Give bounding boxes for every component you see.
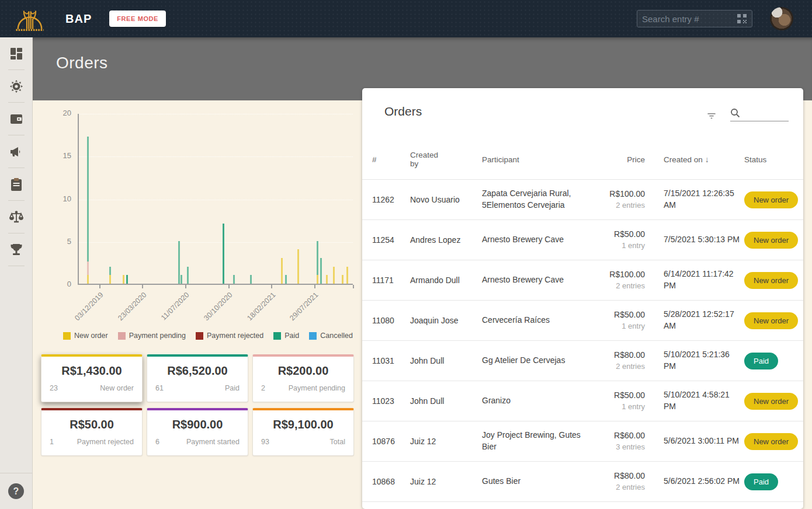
status-badge: New order	[744, 393, 798, 410]
chart-bar[interactable]	[333, 267, 335, 284]
sidebar-item-announcements[interactable]	[0, 135, 32, 168]
chart-bar[interactable]	[181, 275, 182, 284]
chart-bar[interactable]	[178, 241, 180, 284]
card-count: 93	[261, 438, 269, 446]
chart-bar[interactable]	[326, 275, 328, 284]
card-count: 1	[50, 438, 54, 446]
cell-order-id: 11171	[372, 276, 410, 285]
bar-segment-payment_pending	[87, 262, 89, 275]
chart-bar[interactable]	[223, 224, 224, 284]
summary-card[interactable]: R$9,100.0093Total	[252, 408, 354, 456]
cell-price: R$80.002 entries	[584, 350, 645, 372]
x-axis-tick	[314, 285, 315, 288]
chart-bar[interactable]	[285, 275, 287, 284]
price-value: R$80.00	[584, 470, 645, 482]
summary-card[interactable]: R$200.002Payment pending	[252, 354, 354, 402]
cell-status: New order	[740, 191, 803, 208]
bar-segment-paid	[126, 275, 128, 284]
table-search-field[interactable]	[730, 108, 789, 121]
bap-logo-icon[interactable]	[14, 4, 46, 33]
column-header-created-on[interactable]: Created on↓	[645, 155, 740, 164]
filter-icon[interactable]	[706, 112, 717, 121]
column-header-id[interactable]: #	[372, 155, 410, 164]
cell-order-id: 11031	[372, 356, 410, 365]
chart-bar[interactable]	[320, 258, 322, 284]
bar-segment-new_order	[326, 275, 328, 284]
sidebar-item-entries[interactable]	[0, 168, 32, 201]
cell-created-by: Joaquin Jose	[410, 316, 482, 325]
column-header-price[interactable]: Price	[584, 155, 645, 164]
y-axis-label: 20	[41, 109, 71, 117]
sidebar-item-judging[interactable]	[0, 201, 32, 233]
entry-search-box[interactable]	[637, 10, 752, 27]
cell-price: R$50.001 entry	[584, 229, 645, 251]
free-mode-button[interactable]: FREE MODE	[109, 11, 166, 27]
chart-bar[interactable]	[281, 258, 283, 284]
chart-bar[interactable]	[187, 267, 189, 284]
chart-bar[interactable]	[250, 275, 252, 284]
card-count: 6	[155, 438, 159, 446]
legend-label: Cancelled	[320, 332, 353, 340]
cell-created-by: Andres Lopez	[410, 235, 482, 245]
summary-card[interactable]: R$6,520.0061Paid	[147, 354, 248, 402]
brand-name: BAP	[65, 12, 92, 26]
summary-card[interactable]: R$50.001Payment rejected	[41, 408, 143, 456]
cell-created-by: Juiz 12	[410, 437, 482, 446]
chart-bar[interactable]	[297, 249, 299, 284]
cell-status: Paid	[740, 353, 803, 369]
sidebar-item-dashboard[interactable]	[0, 37, 32, 70]
bar-segment-paid	[320, 258, 322, 284]
price-value: R$60.00	[584, 430, 645, 442]
legend-item-new_order: New order	[63, 332, 108, 340]
table-row[interactable]: 10876Juiz 12Joy Project Brewing, Gutes B…	[362, 421, 803, 461]
table-row[interactable]: 11262Novo UsuarioZapata Cervejaria Rural…	[362, 179, 803, 219]
cell-price: R$60.003 entries	[584, 430, 645, 452]
entry-search-input[interactable]	[642, 14, 737, 24]
column-header-participant[interactable]: Participant	[482, 155, 584, 164]
table-row[interactable]: 11254Andres LopezArnesto Brewery CaveR$5…	[362, 219, 803, 260]
chart-bar[interactable]	[87, 137, 89, 284]
sort-desc-icon: ↓	[705, 155, 709, 164]
chart-bar[interactable]	[109, 267, 111, 284]
cell-order-id: 10868	[372, 477, 410, 486]
clipboard-icon	[11, 178, 22, 191]
sidebar-item-wallet[interactable]	[0, 103, 32, 135]
chart-bar[interactable]	[342, 275, 343, 284]
sidebar-item-settings[interactable]	[0, 70, 32, 103]
status-badge: Paid	[744, 473, 778, 490]
legend-swatch-icon	[273, 332, 281, 340]
chart-bar[interactable]	[346, 267, 348, 284]
x-axis-tick	[353, 285, 354, 288]
chart-bar[interactable]	[123, 275, 124, 284]
chart-bar[interactable]	[126, 275, 128, 284]
chart-legend: New orderPayment pendingPayment rejected…	[63, 332, 353, 340]
cell-created-on: 5/6/2021 2:56:02 PM	[645, 476, 740, 487]
chart-bar[interactable]	[233, 275, 235, 284]
bar-segment-new_order	[123, 275, 124, 284]
y-axis-label: 10	[41, 194, 71, 203]
legend-item-paid: Paid	[273, 332, 299, 340]
status-badge: New order	[744, 232, 798, 249]
column-header-created-by[interactable]: Created by	[410, 151, 482, 168]
table-row[interactable]: 11080Joaquin JoseCervecería RaícesR$50.0…	[362, 300, 803, 340]
table-row[interactable]: 11031John DullGg Atelier De CervejasR$80…	[362, 340, 803, 381]
cell-created-by: John Dull	[410, 396, 482, 406]
summary-card[interactable]: R$1,430.0023New order	[41, 354, 143, 402]
qr-scan-icon[interactable]	[737, 13, 747, 24]
price-value: R$50.00	[584, 229, 645, 240]
table-row[interactable]: 10868Juiz 12Gutes BierR$80.002 entries5/…	[362, 461, 803, 501]
column-header-status[interactable]: Status	[740, 155, 803, 164]
price-value: R$100.00	[584, 269, 645, 281]
sidebar-item-awards[interactable]	[0, 233, 32, 266]
help-button[interactable]: ?	[8, 483, 24, 499]
x-axis-tick	[99, 285, 100, 288]
summary-card[interactable]: R$900.006Payment started	[147, 408, 248, 456]
cell-order-id: 11080	[372, 316, 410, 325]
cell-status: New order	[740, 232, 803, 249]
entries-count: 1 entry	[584, 240, 645, 251]
table-row[interactable]: 11023John DullGranizoR$50.001 entry5/10/…	[362, 381, 803, 421]
table-row[interactable]: 11171Armando DullArnesto Brewery CaveR$1…	[362, 260, 803, 300]
user-avatar[interactable]	[770, 7, 793, 30]
chart-bar[interactable]	[317, 241, 318, 284]
card-count: 61	[155, 384, 164, 392]
